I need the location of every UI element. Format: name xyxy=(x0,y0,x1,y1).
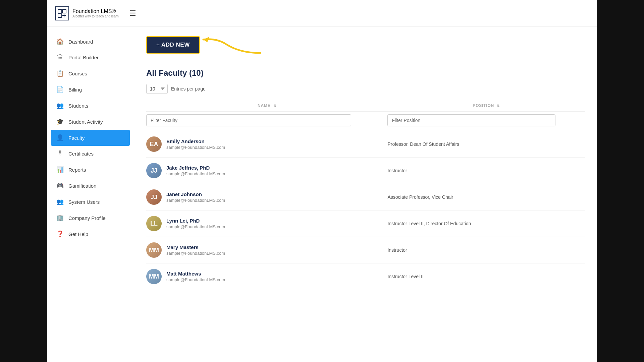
table-row[interactable]: LL Lynn Lei, PhD sample@FoundationLMS.co… xyxy=(146,210,585,237)
avatar: MM xyxy=(146,242,162,258)
table-row[interactable]: MM Matt Matthews sample@FoundationLMS.co… xyxy=(146,263,585,290)
faculty-position: Instructor Level II, Director Of Educati… xyxy=(387,221,471,226)
faculty-name: Mary Masters xyxy=(166,244,225,250)
faculty-info: MM Matt Matthews sample@FoundationLMS.co… xyxy=(146,269,387,284)
faculty-position: Instructor xyxy=(387,168,407,173)
sidebar-label-dashboard: Dashboard xyxy=(68,39,93,45)
sidebar-item-system-users[interactable]: 👥 System Users xyxy=(47,194,134,210)
sidebar-item-courses[interactable]: 📋 Courses xyxy=(47,65,134,81)
logo-subtitle: A better way to teach and learn xyxy=(72,14,119,18)
faculty-info: JJ Janet Johnson sample@FoundationLMS.co… xyxy=(146,189,387,205)
sidebar-label-gamification: Gamification xyxy=(68,183,96,189)
faculty-email: sample@FoundationLMS.com xyxy=(166,224,225,229)
sidebar-icon-reports: 📊 xyxy=(56,166,64,173)
sidebar-item-dashboard[interactable]: 🏠 Dashboard xyxy=(47,34,134,50)
faculty-details: Lynn Lei, PhD sample@FoundationLMS.com xyxy=(166,218,225,229)
sidebar-icon-get-help: ❓ xyxy=(56,230,64,238)
logo: Foundation LMS® A better way to teach an… xyxy=(55,6,119,20)
faculty-position: Associate Professor, Vice Chair xyxy=(387,194,453,200)
filter-row xyxy=(146,112,585,131)
sidebar-icon-certificates: 🎖 xyxy=(56,150,64,157)
faculty-details: Mary Masters sample@FoundationLMS.com xyxy=(166,244,225,256)
faculty-position: Professor, Dean Of Student Affairs xyxy=(387,141,459,147)
logo-title: Foundation LMS® xyxy=(72,8,119,14)
sidebar-item-get-help[interactable]: ❓ Get Help xyxy=(47,226,134,242)
faculty-name: Lynn Lei, PhD xyxy=(166,218,225,224)
add-new-button[interactable]: + ADD NEW xyxy=(146,36,200,54)
avatar: EA xyxy=(146,136,162,152)
sort-name-icon[interactable]: ⇅ xyxy=(273,104,276,108)
faculty-details: Janet Johnson sample@FoundationLMS.com xyxy=(166,191,225,203)
faculty-details: Matt Matthews sample@FoundationLMS.com xyxy=(166,271,225,282)
svg-marker-5 xyxy=(203,37,209,42)
sidebar-label-billing: Billing xyxy=(68,87,82,93)
table-controls: 102550100 Entries per page xyxy=(146,84,585,94)
sidebar-label-company-profile: Company Profile xyxy=(68,215,106,221)
faculty-name: Janet Johnson xyxy=(166,191,225,197)
faculty-email: sample@FoundationLMS.com xyxy=(166,198,225,203)
svg-rect-2 xyxy=(62,9,66,13)
sidebar-item-company-profile[interactable]: 🏢 Company Profile xyxy=(47,210,134,226)
avatar: JJ xyxy=(146,163,162,178)
faculty-info: LL Lynn Lei, PhD sample@FoundationLMS.co… xyxy=(146,216,387,231)
faculty-info: EA Emily Anderson sample@FoundationLMS.c… xyxy=(146,136,387,152)
faculty-email: sample@FoundationLMS.com xyxy=(166,145,225,150)
svg-rect-1 xyxy=(58,14,62,17)
sidebar-label-portal-builder: Portal Builder xyxy=(68,55,99,60)
sidebar-item-student-activity[interactable]: 🎓 Student Activity xyxy=(47,114,134,130)
entries-per-page-select[interactable]: 102550100 xyxy=(146,84,168,94)
entries-label: Entries per page xyxy=(171,86,206,92)
faculty-email: sample@FoundationLMS.com xyxy=(166,277,225,282)
sidebar-label-get-help: Get Help xyxy=(68,231,88,237)
faculty-details: Jake Jeffries, PhD sample@FoundationLMS.… xyxy=(166,165,225,176)
sidebar-icon-system-users: 👥 xyxy=(56,198,64,205)
header: Foundation LMS® A better way to teach an… xyxy=(47,0,597,27)
faculty-name: Jake Jeffries, PhD xyxy=(166,165,225,171)
faculty-email: sample@FoundationLMS.com xyxy=(166,171,225,176)
page-title: All Faculty (10) xyxy=(146,68,585,78)
faculty-position: Instructor xyxy=(387,247,407,253)
sidebar-icon-company-profile: 🏢 xyxy=(56,214,64,222)
sidebar-item-gamification[interactable]: 🎮 Gamification xyxy=(47,178,134,194)
faculty-position: Instructor Level II xyxy=(387,274,423,279)
faculty-info: MM Mary Masters sample@FoundationLMS.com xyxy=(146,242,387,258)
filter-position-input[interactable] xyxy=(387,114,555,126)
sidebar-label-students: Students xyxy=(68,103,88,109)
sidebar-item-faculty[interactable]: 👤 Faculty xyxy=(51,130,130,146)
faculty-name: Emily Anderson xyxy=(166,138,225,144)
faculty-table: NAME ⇅ POSITION ⇅ xyxy=(146,100,585,290)
table-row[interactable]: EA Emily Anderson sample@FoundationLMS.c… xyxy=(146,131,585,158)
table-row[interactable]: MM Mary Masters sample@FoundationLMS.com… xyxy=(146,237,585,263)
sidebar-icon-gamification: 🎮 xyxy=(56,182,64,189)
sort-position-icon[interactable]: ⇅ xyxy=(497,104,500,108)
faculty-info: JJ Jake Jeffries, PhD sample@FoundationL… xyxy=(146,163,387,178)
sidebar-item-certificates[interactable]: 🎖 Certificates xyxy=(47,146,134,162)
sidebar-label-reports: Reports xyxy=(68,167,86,173)
sidebar-icon-courses: 📋 xyxy=(56,70,64,77)
sidebar-icon-student-activity: 🎓 xyxy=(56,118,64,125)
faculty-email: sample@FoundationLMS.com xyxy=(166,251,225,256)
svg-rect-0 xyxy=(58,9,62,13)
filter-faculty-input[interactable] xyxy=(146,114,351,126)
table-row[interactable]: JJ Jake Jeffries, PhD sample@FoundationL… xyxy=(146,158,585,184)
table-row[interactable]: JJ Janet Johnson sample@FoundationLMS.co… xyxy=(146,184,585,210)
faculty-name: Matt Matthews xyxy=(166,271,225,277)
sidebar-item-portal-builder[interactable]: 🏛 Portal Builder xyxy=(47,50,134,65)
col-header-name: NAME ⇅ xyxy=(146,100,387,112)
faculty-details: Emily Anderson sample@FoundationLMS.com xyxy=(166,138,225,150)
sidebar-label-certificates: Certificates xyxy=(68,151,94,157)
sidebar-icon-portal-builder: 🏛 xyxy=(56,54,64,61)
avatar: JJ xyxy=(146,189,162,205)
logo-text: Foundation LMS® A better way to teach an… xyxy=(72,8,119,18)
sidebar-item-billing[interactable]: 📄 Billing xyxy=(47,81,134,98)
sidebar-icon-billing: 📄 xyxy=(56,86,64,93)
hamburger-button[interactable]: ☰ xyxy=(129,9,136,18)
sidebar-item-reports[interactable]: 📊 Reports xyxy=(47,162,134,178)
main-panel: + ADD NEW All Faculty (10) 102550100 Ent… xyxy=(134,27,597,362)
sidebar-item-students[interactable]: 👥 Students xyxy=(47,98,134,114)
sidebar-icon-faculty: 👤 xyxy=(56,134,64,141)
sidebar-label-courses: Courses xyxy=(68,71,87,76)
sidebar-label-faculty: Faculty xyxy=(68,135,85,141)
sidebar-icon-dashboard: 🏠 xyxy=(56,38,64,45)
avatar: LL xyxy=(146,216,162,231)
